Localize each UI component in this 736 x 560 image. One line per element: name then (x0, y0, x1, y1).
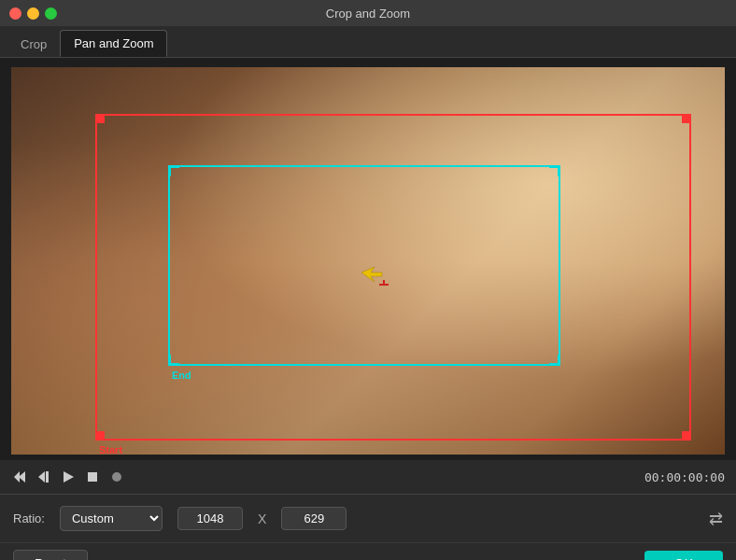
step-back-button[interactable] (11, 469, 28, 485)
play-button[interactable] (60, 469, 77, 485)
ratio-label: Ratio: (13, 511, 45, 525)
x-separator: X (258, 511, 266, 526)
swap-dimensions-icon[interactable]: ⇄ (709, 509, 723, 529)
record-button[interactable] (108, 469, 125, 485)
maximize-button[interactable] (45, 7, 57, 20)
svg-marker-4 (38, 471, 45, 483)
play-prev-frame-button[interactable] (35, 469, 52, 485)
playback-controls: 00:00:00:00 (0, 460, 736, 494)
close-button[interactable] (9, 7, 21, 20)
svg-marker-6 (64, 471, 74, 483)
ratio-select[interactable]: Custom 16:9 4:3 1:1 9:16 (60, 506, 163, 531)
playback-buttons (11, 469, 125, 485)
tab-pan-zoom[interactable]: Pan and Zoom (60, 30, 167, 57)
time-display: 00:00:00:00 (644, 470, 725, 484)
reset-button[interactable]: Reset (13, 550, 88, 560)
window-controls (9, 7, 57, 20)
footer-bar: Reset OK (0, 542, 736, 560)
settings-bar: Ratio: Custom 16:9 4:3 1:1 9:16 X ⇄ (0, 494, 736, 542)
svg-point-8 (112, 472, 121, 482)
ok-button[interactable]: OK (644, 551, 723, 561)
title-bar: Crop and Zoom (0, 0, 736, 26)
scene-overlay (11, 67, 725, 455)
window-title: Crop and Zoom (326, 7, 410, 21)
minimize-button[interactable] (27, 7, 39, 20)
tab-crop[interactable]: Crop (7, 32, 60, 57)
height-input[interactable] (281, 507, 347, 530)
svg-rect-7 (88, 472, 97, 482)
svg-rect-5 (46, 471, 49, 483)
width-input[interactable] (177, 507, 243, 530)
svg-marker-3 (14, 471, 25, 483)
video-preview[interactable]: Start End (11, 67, 725, 455)
stop-button[interactable] (84, 469, 101, 485)
tabs-bar: Crop Pan and Zoom (0, 26, 736, 58)
